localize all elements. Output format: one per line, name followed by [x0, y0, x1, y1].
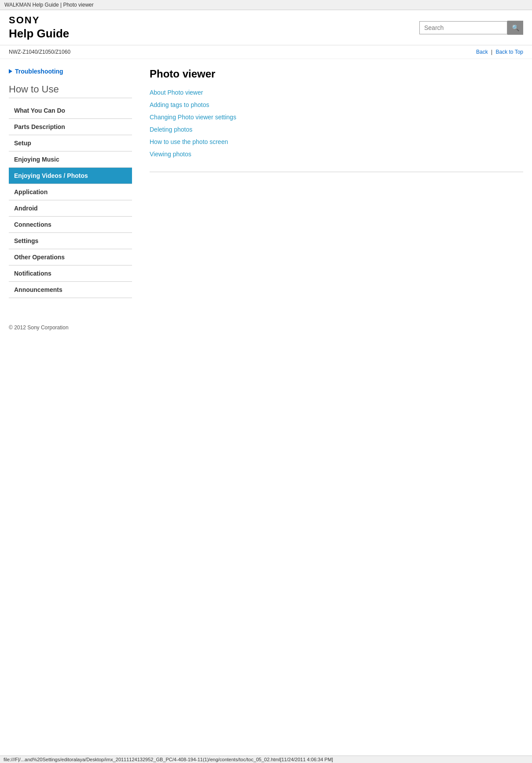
sub-header: NWZ-Z1040/Z1050/Z1060 Back | Back to Top [0, 45, 532, 59]
main-container: Troubleshooting How to Use What You Can … [0, 59, 532, 307]
troubleshooting-label: Troubleshooting [15, 68, 63, 75]
sidebar-item-label-notifications[interactable]: Notifications [9, 265, 132, 281]
sidebar-item-announcements[interactable]: Announcements [9, 282, 132, 298]
sidebar-item-android[interactable]: Android [9, 200, 132, 217]
page-header: SONY Help Guide 🔍 [0, 10, 532, 45]
how-to-use-heading: How to Use [9, 84, 132, 98]
sidebar-item-label-what-you-can-do[interactable]: What You Can Do [9, 103, 132, 118]
browser-title: WALKMAN Help Guide | Photo viewer [4, 2, 94, 8]
troubleshooting-section: Troubleshooting [9, 68, 132, 75]
sidebar-item-setup[interactable]: Setup [9, 135, 132, 151]
sidebar-item-label-enjoying-music[interactable]: Enjoying Music [9, 151, 132, 167]
sidebar-item-other-operations[interactable]: Other Operations [9, 249, 132, 265]
search-container: 🔍 [419, 21, 523, 35]
content-links: About Photo viewerAdding tags to photosC… [150, 89, 523, 172]
nav-links: Back | Back to Top [476, 49, 523, 55]
chevron-right-icon [9, 69, 12, 74]
content-link-viewing-photos[interactable]: Viewing photos [150, 151, 191, 158]
content-link-item-how-to-use-photo-screen: How to use the photo screen [150, 138, 523, 145]
help-guide-title: Help Guide [9, 27, 69, 41]
content-link-item-about-photo-viewer: About Photo viewer [150, 89, 523, 96]
sidebar-item-application[interactable]: Application [9, 184, 132, 200]
sidebar-item-enjoying-music[interactable]: Enjoying Music [9, 151, 132, 168]
content-area: Photo viewer About Photo viewerAdding ta… [141, 68, 523, 298]
copyright-text: © 2012 Sony Corporation [9, 324, 69, 331]
sidebar-item-what-you-can-do[interactable]: What You Can Do [9, 103, 132, 119]
sidebar-item-label-announcements[interactable]: Announcements [9, 282, 132, 298]
troubleshooting-link[interactable]: Troubleshooting [9, 68, 132, 75]
content-link-item-deleting-photos: Deleting photos [150, 126, 523, 133]
back-link[interactable]: Back [476, 49, 488, 55]
sidebar-item-label-settings[interactable]: Settings [9, 233, 132, 249]
browser-title-bar: WALKMAN Help Guide | Photo viewer [0, 0, 532, 10]
header-branding: SONY Help Guide [9, 15, 69, 41]
sidebar-item-label-other-operations[interactable]: Other Operations [9, 249, 132, 265]
sidebar-item-parts-description[interactable]: Parts Description [9, 119, 132, 135]
page-title: Photo viewer [150, 68, 523, 80]
search-icon: 🔍 [512, 24, 519, 31]
device-model: NWZ-Z1040/Z1050/Z1060 [9, 49, 70, 55]
sidebar-item-label-setup[interactable]: Setup [9, 135, 132, 151]
sidebar-nav: What You Can DoParts DescriptionSetupEnj… [9, 103, 132, 298]
back-to-top-link[interactable]: Back to Top [496, 49, 523, 55]
sidebar-item-connections[interactable]: Connections [9, 217, 132, 233]
sidebar-item-label-enjoying-videos-photos[interactable]: Enjoying Videos / Photos [9, 168, 132, 184]
content-link-changing-settings[interactable]: Changing Photo viewer settings [150, 114, 236, 121]
sidebar-item-settings[interactable]: Settings [9, 233, 132, 249]
sidebar: Troubleshooting How to Use What You Can … [9, 68, 132, 298]
content-link-adding-tags[interactable]: Adding tags to photos [150, 101, 209, 108]
content-link-how-to-use-photo-screen[interactable]: How to use the photo screen [150, 138, 228, 145]
sidebar-item-label-parts-description[interactable]: Parts Description [9, 119, 132, 135]
footer: © 2012 Sony Corporation [0, 320, 532, 335]
content-link-item-viewing-photos: Viewing photos [150, 151, 523, 158]
sidebar-item-label-connections[interactable]: Connections [9, 217, 132, 232]
content-link-item-adding-tags: Adding tags to photos [150, 101, 523, 108]
sidebar-item-notifications[interactable]: Notifications [9, 265, 132, 282]
content-link-item-changing-settings: Changing Photo viewer settings [150, 114, 523, 121]
sony-logo: SONY [9, 15, 69, 26]
sidebar-item-label-application[interactable]: Application [9, 184, 132, 200]
content-link-deleting-photos[interactable]: Deleting photos [150, 126, 192, 133]
search-button[interactable]: 🔍 [507, 21, 523, 35]
search-input[interactable] [419, 21, 507, 34]
content-link-about-photo-viewer[interactable]: About Photo viewer [150, 89, 203, 96]
sidebar-item-label-android[interactable]: Android [9, 200, 132, 216]
nav-separator: | [491, 49, 492, 55]
sidebar-item-enjoying-videos-photos[interactable]: Enjoying Videos / Photos [9, 168, 132, 184]
